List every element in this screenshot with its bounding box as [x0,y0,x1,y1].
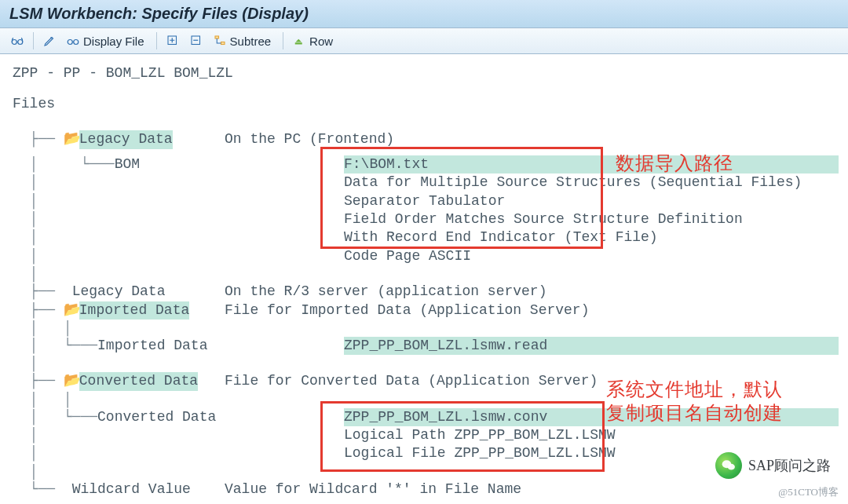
collapse-icon [189,34,203,48]
bom-desc-1: │ Data for Multiple Source Structures (S… [13,173,837,192]
window-title: LSM Workbench: Specify Files (Display) [0,0,848,28]
credit-text: @51CTO博客 [778,485,839,499]
watermark-text: SAP顾问之路 [748,456,831,475]
files-tree[interactable]: Files ├── 📂 Legacy Data On the PC (Front… [0,87,848,499]
collapse-subtree-button[interactable] [185,31,207,50]
svg-rect-7 [221,42,225,45]
breadcrumb: ZPP - PP - BOM_LZL BOM_LZL [0,59,848,87]
tree-root-files[interactable]: Files [13,95,837,113]
bom-desc-2: │ Separator Tabulator [13,192,837,210]
svg-point-1 [18,40,23,45]
display-file-button[interactable]: Display File [62,31,152,50]
glasses-icon [66,34,80,48]
separator [33,32,34,49]
bom-desc-5: │ Code Page ASCII [13,247,837,265]
expand-icon [166,34,180,48]
annotation-text-1: 数据导入路径 [616,152,733,175]
display-file-label: Display File [83,35,144,48]
folder-open-icon: 📂 [64,301,79,320]
subtree-button[interactable]: Subtree [209,31,279,50]
svg-rect-8 [295,42,302,44]
watermark: SAP顾问之路 [707,449,839,482]
pencil-button[interactable] [38,31,60,50]
content-area: ZPP - PP - BOM_LZL BOM_LZL Files ├── 📂 L… [0,54,848,499]
node-imported-child[interactable]: │ └─── Imported Data ZPP_PP_BOM_LZL.lsmw… [13,337,837,355]
row-label: Row [309,35,333,48]
node-imported[interactable]: ├── 📂 Imported Data File for Imported Da… [13,301,837,320]
converted-logical-path: │ Logical Path ZPP_PP_BOM_LZL.LSMW [13,426,837,444]
svg-point-2 [68,40,72,45]
expand-subtree-button[interactable] [162,31,184,50]
glasses-button[interactable] [6,31,28,50]
bom-desc-4: │ With Record End Indicator (Text File) [13,228,837,247]
node-legacy-r3[interactable]: ├── Legacy Data On the R/3 server (appli… [13,283,837,301]
subtree-label: Subtree [230,35,272,48]
node-legacy-pc[interactable]: ├── 📂 Legacy Data On the PC (Frontend) [13,130,837,148]
svg-point-10 [728,464,735,470]
separator [283,32,283,49]
svg-point-0 [12,40,16,45]
wechat-logo-icon [715,452,742,479]
bom-desc-3: │ Field Order Matches Source Structure D… [13,210,837,228]
pencil-icon [42,34,57,48]
folder-open-icon: 📂 [64,130,79,148]
svg-point-3 [74,40,79,45]
separator [156,32,157,49]
glasses-icon [10,34,24,48]
annotation-text-2: 系统文件地址，默认 复制项目名自动创建 [606,378,783,425]
folder-open-icon: 📂 [64,372,79,390]
toolbar: Display File Subtree Row [0,28,848,54]
row-icon [292,34,306,48]
subtree-icon [213,34,227,48]
node-wildcard[interactable]: └── Wildcard Value Value for Wildcard '*… [13,480,837,499]
svg-rect-6 [215,36,219,38]
row-button[interactable]: Row [288,31,340,50]
